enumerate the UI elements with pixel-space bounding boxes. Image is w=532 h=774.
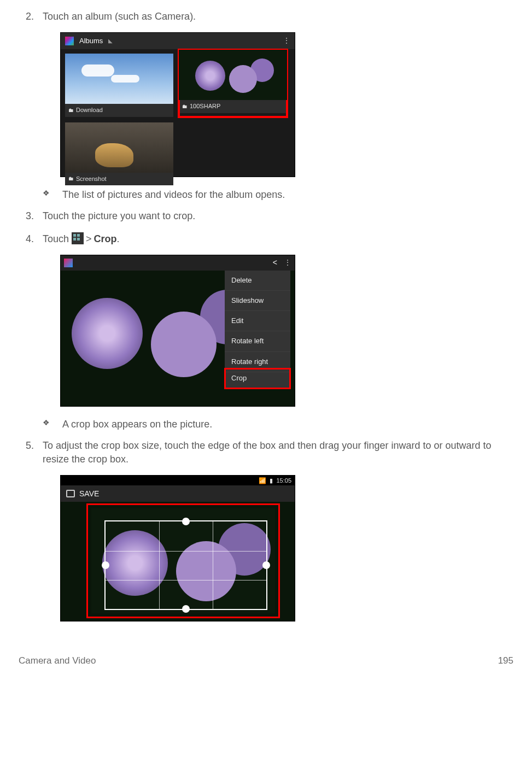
- menu-item-delete[interactable]: Delete: [225, 271, 290, 291]
- album-download[interactable]: 🖿 Download: [65, 54, 173, 116]
- album-100sharp-highlighted[interactable]: 🖿 100SHARP: [179, 50, 287, 116]
- step-2-note: ❖ The list of pictures and videos for th…: [43, 188, 516, 202]
- step-number: 2.: [16, 10, 43, 24]
- gallery-topbar: Albums ◣ ⋮: [61, 33, 295, 49]
- album-name: Download: [76, 106, 103, 114]
- crop-topbar: SAVE: [61, 485, 295, 502]
- menu-item-slideshow[interactable]: Slideshow: [225, 291, 290, 311]
- menu-item-crop-highlighted[interactable]: Crop: [225, 368, 290, 389]
- step-text: To adjust the crop box size, touch the e…: [43, 439, 516, 466]
- folder-icon: 🖿: [68, 107, 74, 114]
- overflow-menu-icon[interactable]: ⋮: [284, 261, 291, 265]
- step-5: 5. To adjust the crop box size, touch th…: [16, 439, 516, 466]
- status-bar: 📶 ▮ 15:05: [61, 476, 295, 485]
- dropdown-arrow-icon[interactable]: ◣: [108, 37, 113, 45]
- crop-handle-left[interactable]: [102, 561, 109, 569]
- gt-separator: >: [86, 233, 92, 244]
- step-number: 5.: [16, 439, 43, 466]
- note-text: The list of pictures and videos for the …: [62, 188, 285, 202]
- save-label[interactable]: SAVE: [79, 489, 99, 500]
- footer-page-number: 195: [498, 654, 513, 667]
- overflow-menu-icon[interactable]: ⋮: [283, 39, 290, 43]
- crop-label-bold: Crop: [94, 233, 117, 244]
- step-text: Touch >Crop.: [43, 232, 516, 246]
- step-text: Touch an album (such as Camera).: [43, 10, 516, 24]
- step4-post: .: [117, 233, 120, 244]
- overflow-menu-inline-icon: [72, 232, 84, 244]
- crop-handle-top[interactable]: [182, 518, 190, 525]
- figure-albums: Albums ◣ ⋮ 🖿 Download 🖿 100SHARP: [60, 32, 516, 177]
- crop-area-highlighted: [88, 505, 278, 617]
- folder-icon: 🖿: [68, 175, 74, 183]
- step-4-note: ❖ A crop box appears on the picture.: [43, 418, 516, 431]
- crop-box[interactable]: [104, 520, 267, 610]
- footer-section: Camera and Video: [19, 654, 96, 667]
- albums-grid: 🖿 Download 🖿 100SHARP 🖿 Screenshot: [61, 49, 295, 190]
- phone-crop-menu-screen: < ⋮ Delete Slideshow Edit Rotate left Ro…: [60, 255, 295, 407]
- albums-dropdown-label[interactable]: Albums: [79, 36, 103, 46]
- step-4: 4. Touch >Crop.: [16, 232, 516, 246]
- figure-crop-box: 📶 ▮ 15:05 SAVE: [60, 475, 516, 621]
- album-thumbnail: [65, 122, 173, 173]
- step-number: 4.: [16, 232, 43, 246]
- album-thumbnail: [65, 54, 173, 104]
- diamond-bullet-icon: ❖: [43, 188, 62, 202]
- diamond-bullet-icon: ❖: [43, 418, 62, 431]
- step-number: 3.: [16, 209, 43, 223]
- crop-gridline: [159, 521, 160, 609]
- album-screenshot[interactable]: 🖿 Screenshot: [65, 122, 173, 185]
- step-2: 2. Touch an album (such as Camera).: [16, 10, 516, 24]
- crop-gridline: [106, 551, 266, 552]
- overflow-menu-panel: Delete Slideshow Edit Rotate left Rotate…: [225, 271, 290, 389]
- album-name: 100SHARP: [190, 102, 220, 110]
- battery-icon: ▮: [270, 477, 273, 485]
- step4-pre: Touch: [43, 233, 72, 244]
- figure-crop-menu: < ⋮ Delete Slideshow Edit Rotate left Ro…: [60, 255, 516, 407]
- share-icon[interactable]: <: [273, 257, 277, 268]
- folder-icon: 🖿: [182, 103, 188, 110]
- menu-item-edit[interactable]: Edit: [225, 311, 290, 331]
- save-icon[interactable]: [66, 490, 75, 497]
- step-3: 3. Touch the picture you want to crop.: [16, 209, 516, 223]
- flower-image: [60, 265, 219, 407]
- note-text: A crop box appears on the picture.: [62, 418, 212, 431]
- crop-gridline: [106, 580, 266, 580]
- signal-icon: 📶: [259, 477, 266, 485]
- status-time: 15:05: [276, 477, 291, 485]
- menu-item-rotate-left[interactable]: Rotate left: [225, 331, 290, 351]
- page-footer: Camera and Video 195: [16, 654, 516, 667]
- album-thumbnail: [179, 50, 287, 100]
- album-label: 🖿 Screenshot: [65, 173, 173, 185]
- album-label: 🖿 100SHARP: [179, 100, 287, 113]
- gallery-app-icon: [65, 37, 74, 45]
- album-label: 🖿 Download: [65, 104, 173, 116]
- phone-crop-screen: 📶 ▮ 15:05 SAVE: [60, 475, 295, 621]
- phone-albums-screen: Albums ◣ ⋮ 🖿 Download 🖿 100SHARP: [60, 32, 295, 177]
- album-name: Screenshot: [76, 175, 107, 183]
- step-text: Touch the picture you want to crop.: [43, 209, 516, 223]
- crop-gridline: [213, 521, 213, 609]
